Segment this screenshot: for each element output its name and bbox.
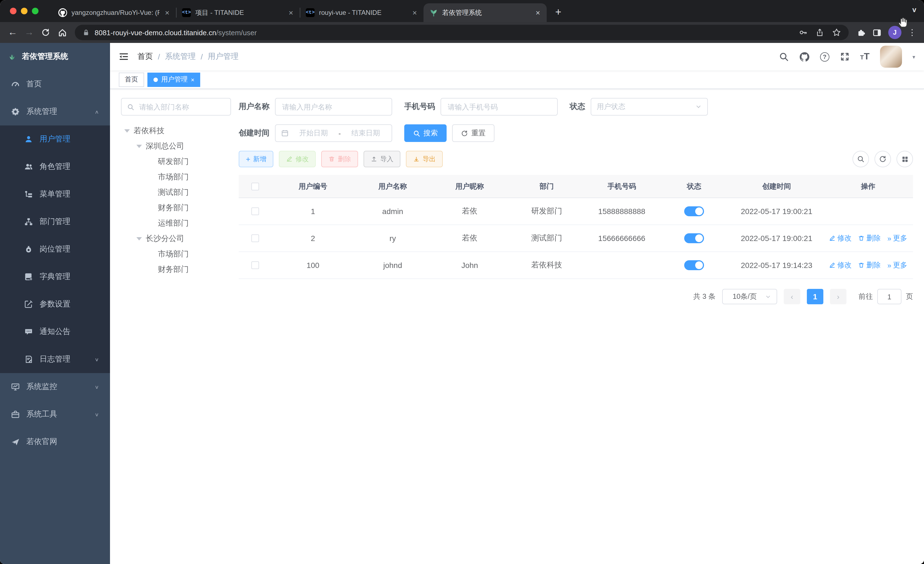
tab-close-icon[interactable]: × [411, 8, 418, 17]
sidebar-item-posts[interactable]: 岗位管理 [0, 236, 110, 263]
reload-icon[interactable] [38, 24, 54, 41]
tag-user-management[interactable]: 用户管理 × [147, 72, 201, 87]
url-text[interactable]: 8081-rouyi-vue-demo.cloud.titanide.cn/sy… [94, 29, 257, 37]
sidebar-item-depts[interactable]: 部门管理 [0, 208, 110, 236]
sidebar-item-dict[interactable]: 字典管理 [0, 263, 110, 290]
date-start-placeholder[interactable]: 开始日期 [293, 128, 334, 138]
tag-close-icon[interactable]: × [191, 76, 194, 83]
sidebar-item-roles[interactable]: 角色管理 [0, 153, 110, 180]
help-question-icon[interactable]: ? [820, 52, 830, 61]
current-page-button[interactable]: 1 [807, 289, 824, 304]
tree-node[interactable]: 市场部门 [121, 170, 231, 185]
export-button[interactable]: 导出 [406, 151, 443, 167]
caret-down-icon[interactable] [136, 145, 142, 148]
tab-close-icon[interactable]: × [288, 8, 294, 17]
tree-node[interactable]: 市场部门 [121, 247, 231, 262]
page-size-select[interactable]: 10条/页 [722, 289, 777, 304]
tree-node[interactable]: 长沙分公司 [121, 231, 231, 247]
column-header[interactable]: 状态 [658, 181, 730, 191]
caret-down-icon[interactable] [136, 237, 142, 241]
back-icon[interactable]: ← [4, 24, 21, 41]
column-header[interactable]: 用户名称 [354, 181, 431, 191]
tab-titanide-project[interactable]: <t> 项目 - TITANIDE × [177, 3, 300, 22]
phone-input[interactable] [447, 102, 552, 111]
sidebar-item-params[interactable]: 参数设置 [0, 290, 110, 318]
tree-node[interactable]: 财务部门 [121, 262, 231, 277]
dept-search-input[interactable] [138, 102, 225, 111]
column-header[interactable]: 用户昵称 [431, 181, 508, 191]
tab-close-icon[interactable]: × [164, 8, 171, 17]
tree-node[interactable]: 测试部门 [121, 185, 231, 200]
home-icon[interactable] [54, 24, 70, 41]
sidebar-item-home[interactable]: 首页 [0, 71, 110, 98]
sidebar-fold-icon[interactable] [119, 52, 129, 62]
forward-icon[interactable]: → [21, 24, 38, 41]
goto-page-input[interactable] [877, 289, 902, 304]
column-header[interactable]: 操作 [824, 181, 913, 191]
github-icon[interactable] [799, 51, 810, 62]
sidebar-item-menus[interactable]: 菜单管理 [0, 180, 110, 208]
password-key-icon[interactable] [799, 28, 807, 37]
breadcrumb-system[interactable]: 系统管理 [165, 52, 196, 62]
sidebar-item-system[interactable]: 系统管理 ∧ [0, 98, 110, 125]
date-range-picker[interactable]: 开始日期 - 结束日期 [275, 124, 392, 142]
date-end-placeholder[interactable]: 结束日期 [345, 128, 386, 138]
delete-button[interactable]: 删除 [321, 151, 358, 167]
tree-node[interactable]: 运维部门 [121, 216, 231, 231]
tree-node[interactable]: 深圳总公司 [121, 139, 231, 154]
username-input[interactable] [281, 102, 386, 111]
tab-github[interactable]: yangzongzhuan/RuoYi-Vue: (Ru × [53, 3, 176, 22]
search-button[interactable]: 搜索 [404, 124, 447, 142]
status-toggle[interactable] [684, 260, 704, 270]
address-bar[interactable]: 8081-rouyi-vue-demo.cloud.titanide.cn/sy… [75, 25, 849, 40]
caret-down-icon[interactable] [124, 129, 130, 132]
tab-search-chevron-icon[interactable]: v [912, 6, 916, 14]
row-more-link[interactable]: »更多 [887, 260, 907, 270]
tree-node[interactable]: 财务部门 [121, 200, 231, 216]
window-minimize-button[interactable] [21, 8, 27, 14]
browser-menu-dots-icon[interactable]: ⋮ [908, 27, 916, 38]
sidebar-item-tools[interactable]: 系统工具 ∨ [0, 400, 110, 428]
sidebar-item-users[interactable]: 用户管理 [0, 125, 110, 153]
row-more-link[interactable]: »更多 [887, 233, 907, 243]
window-close-button[interactable] [10, 8, 16, 14]
share-icon[interactable] [816, 28, 824, 37]
bookmark-star-icon[interactable] [832, 28, 841, 37]
sidebar-item-website[interactable]: 若依官网 [0, 428, 110, 456]
sidebar-item-monitor[interactable]: 系统监控 ∨ [0, 373, 110, 400]
sidebar-item-logs[interactable]: 日志管理 ∨ [0, 346, 110, 373]
toggle-search-icon[interactable] [852, 151, 869, 167]
edit-button[interactable]: 修改 [279, 151, 316, 167]
status-select[interactable]: 用户状态 [591, 98, 708, 116]
row-edit-link[interactable]: 修改 [829, 260, 852, 270]
column-header[interactable]: 部门 [508, 181, 585, 191]
columns-grid-icon[interactable] [897, 151, 913, 167]
username-inputbox[interactable] [275, 98, 392, 116]
app-logo[interactable]: 若依管理系统 [0, 43, 110, 71]
avatar-caret-down-icon[interactable]: ▾ [912, 54, 915, 60]
font-size-icon[interactable]: TT [860, 51, 870, 62]
row-edit-link[interactable]: 修改 [829, 233, 852, 243]
breadcrumb-home[interactable]: 首页 [138, 52, 153, 62]
tag-home[interactable]: 首页 [119, 72, 144, 87]
add-button[interactable]: + 新增 [239, 151, 273, 167]
tab-ruoyi-active[interactable]: 若依管理系统 × [423, 3, 547, 22]
next-page-button[interactable]: › [830, 289, 846, 304]
fullscreen-icon[interactable] [840, 52, 850, 62]
user-avatar[interactable] [880, 46, 902, 68]
tab-rouyi-vue[interactable]: <t> rouyi-vue - TITANIDE × [300, 3, 423, 22]
select-all-checkbox[interactable] [251, 182, 259, 190]
header-search-icon[interactable] [779, 52, 789, 62]
row-delete-link[interactable]: 删除 [858, 260, 881, 270]
status-toggle[interactable] [684, 233, 704, 243]
new-tab-button[interactable]: + [550, 4, 567, 20]
column-header[interactable]: 手机号码 [585, 181, 658, 191]
status-toggle[interactable] [684, 206, 704, 216]
row-checkbox[interactable] [251, 262, 259, 269]
row-checkbox[interactable] [251, 208, 259, 215]
column-header[interactable]: 创建时间 [730, 181, 824, 191]
import-button[interactable]: 导入 [363, 151, 400, 167]
row-checkbox[interactable] [251, 235, 259, 242]
column-header[interactable]: 用户编号 [272, 181, 354, 191]
tree-node[interactable]: 研发部门 [121, 154, 231, 170]
